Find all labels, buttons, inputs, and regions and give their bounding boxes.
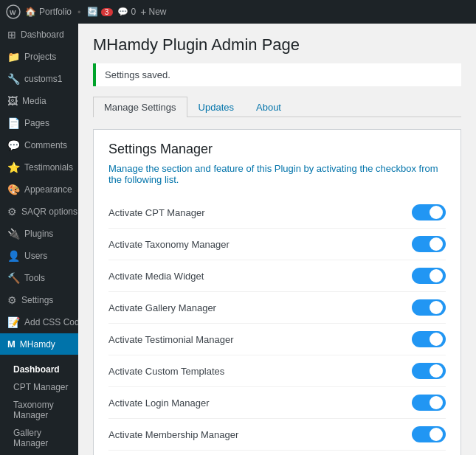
sidebar-item-saqr[interactable]: ⚙ SAQR options <box>0 201 78 223</box>
pages-icon: 📄 <box>7 117 20 129</box>
addcss-icon: 📝 <box>7 316 20 328</box>
sidebar-item-mhamdy[interactable]: M MHamdy <box>0 333 78 355</box>
sidebar-item-users[interactable]: 👤 Users <box>0 245 78 267</box>
toggle-testimonial-slider <box>412 331 446 347</box>
site-name-item[interactable]: 🏠 Portfolio <box>25 7 72 17</box>
setting-row-taxonomy: Activate Taxonomy Manager <box>108 229 446 260</box>
sidebar-item-projects[interactable]: 📁 Projects <box>0 46 78 68</box>
saqr-icon: ⚙ <box>7 206 17 218</box>
toggle-testimonial[interactable] <box>412 331 446 347</box>
sub-cpt-label: CPT Manager <box>13 382 68 392</box>
sidebar-label-pages: Pages <box>24 118 49 128</box>
sidebar-item-media[interactable]: 🖼 Media <box>0 90 78 112</box>
settings-panel: Settings Manager Manage the section and … <box>93 129 461 455</box>
sidebar-label-projects: Projects <box>24 52 56 62</box>
sidebar-item-customs1[interactable]: 🔧 customs1 <box>0 68 78 90</box>
sidebar-label-media: Media <box>22 96 46 106</box>
tab-about[interactable]: About <box>245 97 292 117</box>
site-name: Portfolio <box>39 7 72 17</box>
sidebar-sub-cpt-manager[interactable]: CPT Manager <box>0 378 78 396</box>
toggle-cpt[interactable] <box>412 204 446 220</box>
toggle-gallery-slider <box>412 299 446 316</box>
appearance-icon: 🎨 <box>7 184 20 195</box>
update-badge: 3 <box>101 8 113 16</box>
tab-manage-settings-label: Manage Settings <box>104 102 176 113</box>
page-title: MHamdy Plugin Admin Page <box>93 35 461 55</box>
sidebar-label-users: Users <box>24 251 47 261</box>
tab-updates[interactable]: Updates <box>187 97 245 117</box>
sub-dashboard-label: Dashboard <box>13 364 60 375</box>
sidebar-label-comments: Comments <box>24 140 67 150</box>
setting-label-membership: Activate Membership Manager <box>108 429 238 440</box>
toggle-media[interactable] <box>412 268 446 284</box>
setting-label-testimonial: Activate Testimonial Manager <box>108 334 234 345</box>
settings-desc: Manage the section and feature of this P… <box>108 163 446 185</box>
toggle-gallery[interactable] <box>412 299 446 316</box>
sidebar-label-plugins: Plugins <box>24 229 53 239</box>
sidebar-label-dashboard: Dashboard <box>21 29 64 40</box>
sidebar-sub-gallery-manager[interactable]: Gallery Manager <box>0 424 78 452</box>
setting-label-cpt: Activate CPT Manager <box>108 207 205 218</box>
update-icon: 🔄 <box>87 7 98 17</box>
sidebar: ⊞ Dashboard 📁 Projects 🔧 customs1 🖼 Medi… <box>0 24 78 455</box>
toggle-taxonomy-slider <box>412 236 446 252</box>
tab-about-label: About <box>256 102 281 113</box>
layout: ⊞ Dashboard 📁 Projects 🔧 customs1 🖼 Medi… <box>0 24 476 455</box>
sidebar-item-tools[interactable]: 🔨 Tools <box>0 267 78 289</box>
setting-label-taxonomy: Activate Taxonomy Manager <box>108 239 230 250</box>
customs1-icon: 🔧 <box>7 73 20 85</box>
projects-icon: 📁 <box>7 51 20 63</box>
setting-label-custom-templates: Activate Custom Templates <box>108 366 224 377</box>
plugins-icon: 🔌 <box>7 228 20 240</box>
sidebar-item-plugins[interactable]: 🔌 Plugins <box>0 223 78 245</box>
sub-gallery-label: Gallery Manager <box>13 428 48 448</box>
sidebar-item-appearance[interactable]: 🎨 Appearance <box>0 178 78 201</box>
dashboard-icon: ⊞ <box>7 29 16 41</box>
sidebar-sub-dashboard[interactable]: Dashboard <box>0 361 78 378</box>
setting-row-cpt: Activate CPT Manager <box>108 197 446 229</box>
sidebar-item-addcss[interactable]: 📝 Add CSS Code <box>0 311 78 333</box>
comment-counter[interactable]: 💬 0 <box>117 7 137 17</box>
sidebar-label-addcss: Add CSS Code <box>24 317 78 327</box>
comment-icon: 💬 <box>117 7 128 17</box>
setting-row-gallery: Activate Gallery Manager <box>108 292 446 324</box>
tab-updates-label: Updates <box>199 102 234 113</box>
testimonials-icon: ⭐ <box>7 161 20 173</box>
toggle-login-slider <box>412 395 446 411</box>
main-content: MHamdy Plugin Admin Page Settings saved.… <box>78 24 476 455</box>
sidebar-item-settings[interactable]: ⚙ Settings <box>0 289 78 311</box>
setting-row-testimonial: Activate Testimonial Manager <box>108 324 446 355</box>
wp-logo-item[interactable]: W <box>6 4 21 19</box>
new-item[interactable]: + New <box>140 6 166 18</box>
settings-title: Settings Manager <box>108 142 446 157</box>
sidebar-item-dashboard[interactable]: ⊞ Dashboard <box>0 24 78 46</box>
sidebar-sub-taxonomy-manager[interactable]: Taxonomy Manager <box>0 396 78 424</box>
setting-row-media: Activate Media Widget <box>108 260 446 292</box>
plus-icon: + <box>140 6 146 18</box>
toggle-membership[interactable] <box>412 426 446 442</box>
media-icon: 🖼 <box>7 95 18 107</box>
sidebar-label-settings: Settings <box>21 295 53 305</box>
sidebar-label-mhamdy: MHamdy <box>20 339 55 350</box>
top-bar: W 🏠 Portfolio • 🔄 3 💬 0 + New <box>0 0 476 24</box>
sidebar-item-pages[interactable]: 📄 Pages <box>0 112 78 134</box>
new-label: New <box>148 7 166 17</box>
sidebar-item-comments[interactable]: 💬 Comments <box>0 134 78 156</box>
setting-row-custom-templates: Activate Custom Templates <box>108 355 446 387</box>
update-counter[interactable]: 🔄 3 <box>87 7 113 17</box>
toggle-taxonomy[interactable] <box>412 236 446 252</box>
setting-row-membership: Activate Membership Manager <box>108 419 446 451</box>
home-icon: 🏠 <box>25 7 36 17</box>
toggle-custom-templates[interactable] <box>412 363 446 379</box>
sidebar-sub-membership-manager[interactable]: Membership Manager <box>0 452 78 455</box>
toggle-membership-slider <box>412 426 446 442</box>
tabs: Manage Settings Updates About <box>93 97 461 117</box>
sidebar-item-testimonials[interactable]: ⭐ Testimonials <box>0 156 78 178</box>
sidebar-label-tools: Tools <box>24 273 45 283</box>
users-icon: 👤 <box>7 250 20 262</box>
tab-manage-settings[interactable]: Manage Settings <box>93 97 187 117</box>
toggle-login[interactable] <box>412 395 446 411</box>
toggle-media-slider <box>412 268 446 284</box>
tools-icon: 🔨 <box>7 272 20 284</box>
sidebar-label-testimonials: Testimonials <box>24 162 73 173</box>
